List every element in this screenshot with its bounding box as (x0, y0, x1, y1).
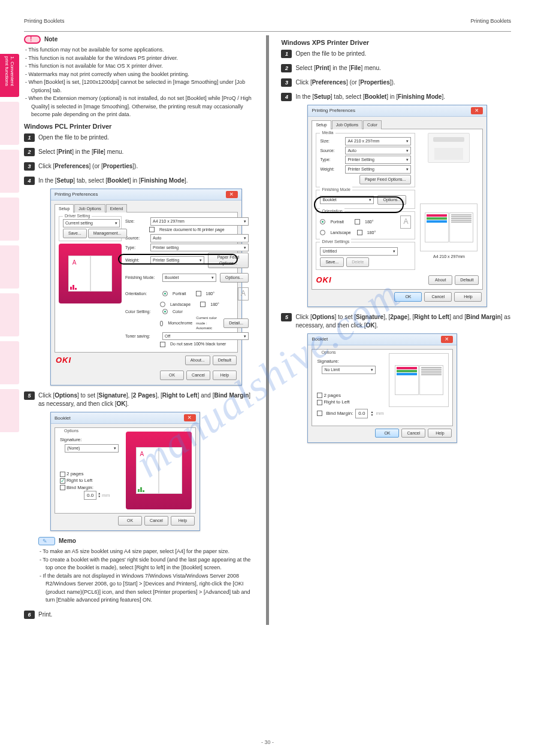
delete-button[interactable]: Delete (346, 257, 369, 267)
dialog-title: Booklet (312, 336, 328, 342)
close-icon[interactable] (441, 336, 453, 343)
detail-button[interactable]: Detail... (223, 318, 249, 328)
size-select[interactable]: A4 210 x 297mm (345, 137, 411, 145)
portrait-radio[interactable] (320, 219, 325, 224)
source-select[interactable]: Auto (150, 234, 249, 242)
sidebar-tab-3[interactable] (0, 150, 19, 193)
mono-radio[interactable] (160, 321, 163, 326)
cancel-button[interactable]: Cancel (401, 429, 425, 438)
default-button[interactable]: Default (455, 275, 479, 285)
feed-options-button[interactable]: Paper Feed Options... (359, 175, 411, 184)
step-4: In the [Setup] tab, select [Booklet] in … (281, 93, 511, 307)
close-icon[interactable] (184, 414, 196, 421)
rot180-check[interactable] (196, 291, 201, 296)
sidebar-tab-8[interactable] (0, 389, 19, 432)
close-icon[interactable] (226, 191, 238, 198)
tabs: Setup Job Options Extend (55, 204, 238, 213)
cancel-button[interactable]: Cancel (144, 516, 168, 526)
right-column: Windows XPS Printer Driver Open the file… (281, 35, 511, 625)
landscape-radio[interactable] (160, 302, 165, 307)
printer-icon (428, 133, 470, 163)
options-button[interactable]: Options... (220, 273, 249, 283)
type-select[interactable]: Printer setting (150, 244, 249, 252)
color-radio[interactable] (162, 309, 168, 314)
sidebar-tab-4[interactable] (0, 198, 19, 241)
bind-value-input[interactable]: 0.0 (84, 491, 96, 500)
help-button[interactable]: Help (428, 429, 452, 438)
note-label: Note (44, 36, 58, 42)
2pages-checkbox[interactable] (60, 472, 65, 477)
column-divider (266, 35, 270, 625)
xps-preferences-dialog: Printing Preferences Setup Job Options C… (307, 105, 487, 307)
landscape-radio[interactable] (320, 230, 325, 235)
dialog-title: Booklet (55, 415, 71, 421)
signature-select[interactable]: No Limit (322, 366, 376, 374)
driver-setting-select[interactable]: Current setting (63, 219, 120, 227)
dialog-title: Printing Preferences (312, 107, 355, 114)
driver-title-pcl: Windows PCL Printer Driver (24, 123, 254, 130)
note-list: This function may not be available for s… (24, 46, 254, 119)
2pages-checkbox[interactable] (317, 393, 322, 398)
finishing-mode-select[interactable]: Booklet (162, 274, 216, 282)
help-button[interactable]: Help (171, 516, 195, 526)
cancel-button[interactable]: Cancel (424, 292, 452, 302)
header-right: Printing Booklets (470, 18, 511, 24)
help-button[interactable]: Help (454, 292, 482, 302)
manage-button[interactable]: Management... (88, 229, 127, 238)
save-button[interactable]: Save... (320, 257, 344, 267)
sidebar-tab-active[interactable]: 1. Convenient print functions (0, 54, 19, 97)
left-column: Note This function may not be available … (24, 35, 254, 625)
save-button[interactable]: Save... (63, 229, 87, 238)
orientation-icon: A (238, 287, 249, 300)
pcl-preferences-dialog: Printing Preferences Setup Job Options E… (50, 189, 242, 386)
sidebar-tab-7[interactable] (0, 341, 19, 384)
sidebar-tab-6[interactable] (0, 293, 19, 336)
steps-left: Open the file to be printed. Select [Pri… (24, 133, 254, 619)
close-icon[interactable] (471, 107, 483, 114)
about-button[interactable]: About... (185, 356, 210, 365)
memo-list: To make an A5 size booklet using A4 size… (38, 548, 254, 605)
bindmargin-checkbox[interactable] (60, 485, 65, 490)
finishing-mode-select[interactable]: Booklet (320, 196, 374, 204)
page-header: Printing Booklets Printing Booklets (24, 18, 511, 24)
size-select[interactable]: A4 210 x 297mm (150, 217, 249, 226)
ok-button[interactable]: OK (375, 429, 399, 438)
dialog-title: Printing Preferences (55, 191, 98, 198)
tab-setup[interactable]: Setup (55, 204, 74, 213)
sidebar-tab-5[interactable] (0, 245, 19, 289)
ok-button[interactable]: OK (160, 371, 184, 380)
toner-select[interactable]: Off (162, 332, 249, 341)
default-button[interactable]: Default (213, 356, 237, 365)
bindmargin-checkbox[interactable] (317, 411, 322, 416)
tab-joboptions[interactable]: Job Options (332, 120, 362, 129)
weight-select[interactable]: Printer Setting (345, 165, 411, 174)
options-button[interactable]: Options... (377, 195, 406, 205)
resize-checkbox[interactable] (149, 227, 155, 232)
portrait-radio[interactable] (162, 291, 168, 296)
righttoleft-checkbox[interactable] (317, 400, 322, 405)
tab-color[interactable]: Color (363, 120, 382, 129)
tab-setup[interactable]: Setup (312, 120, 331, 129)
ok-button[interactable]: OK (118, 516, 142, 526)
step-6: Print. (24, 611, 254, 619)
bind-value-input[interactable]: 0.0 (355, 409, 368, 418)
righttoleft-checkbox[interactable] (60, 478, 65, 484)
weight-select[interactable]: Printer Setting (150, 256, 204, 265)
help-button[interactable]: Help (213, 371, 237, 380)
ok-button[interactable]: OK (394, 292, 422, 302)
orientation-icon: A (400, 215, 411, 229)
tab-joboptions[interactable]: Job Options (74, 204, 105, 213)
preview-pane (420, 204, 477, 251)
tab-extend[interactable]: Extend (106, 204, 128, 213)
memo-icon (38, 537, 55, 545)
type-select[interactable]: Printer Setting (345, 156, 411, 164)
signature-select[interactable]: (None) (65, 444, 119, 453)
sidebar-tab-2[interactable] (0, 102, 19, 145)
about-button[interactable]: About (428, 275, 452, 285)
source-select[interactable]: Auto (345, 147, 411, 155)
cancel-button[interactable]: Cancel (186, 371, 210, 380)
feed-options-button[interactable]: Paper Feed Options... (208, 253, 249, 268)
memo-label: Memo (59, 538, 76, 544)
preview-pane (389, 353, 449, 407)
driver-settings-select[interactable]: Untitled (320, 247, 398, 256)
